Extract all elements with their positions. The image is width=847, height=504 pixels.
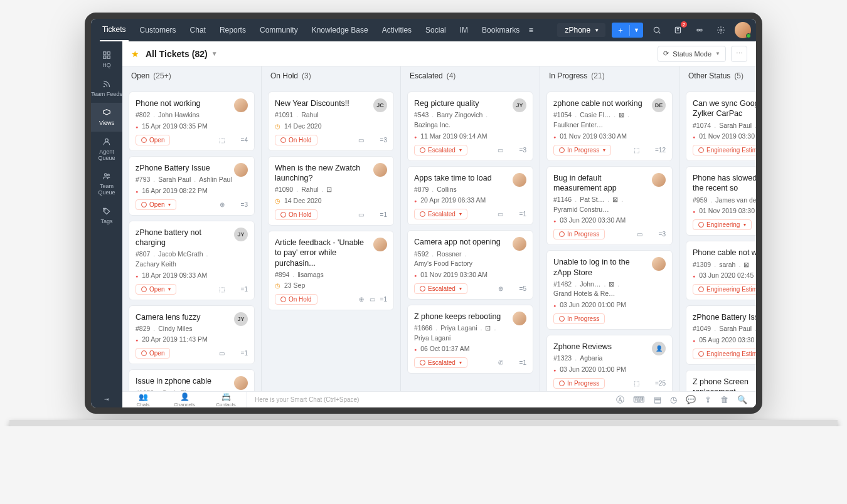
thread-count: =12 — [655, 147, 666, 154]
search-icon[interactable]: 🔍 — [737, 395, 747, 404]
ticket-card[interactable]: JYzPhone battery not charging#807.Jacob … — [129, 221, 255, 300]
sidebar-item-team-feeds[interactable]: Team Feeds — [91, 74, 122, 103]
status-pill[interactable]: Engineering Estimat — [693, 284, 756, 295]
clock-icon[interactable]: ◷ — [670, 395, 677, 404]
bottom-tab-channels[interactable]: 👤Channels — [164, 392, 205, 407]
collapse-sidebar-icon[interactable]: ⇥ — [104, 396, 109, 402]
status-pill[interactable]: In Progress — [553, 145, 611, 155]
column-body: JYReg picture quality#543.Barry Zingovic… — [401, 85, 540, 391]
status-pill[interactable]: Engineering — [693, 219, 752, 230]
globe-icon: ⊕ — [218, 201, 226, 208]
status-pill[interactable]: Engineering Estimat — [693, 349, 756, 359]
status-pill[interactable]: On Hold — [275, 135, 317, 145]
ticket-title: Bug in default measurement app — [553, 173, 666, 194]
ticket-card[interactable]: Bug in default measurement app#1146.Pat … — [546, 166, 673, 246]
status-pill[interactable]: Engineering Estimat — [693, 145, 756, 155]
add-button[interactable]: ＋ ▼ — [612, 23, 643, 38]
overflow-tabs-icon[interactable]: ≡ — [523, 23, 538, 38]
column-name: In Progress — [549, 71, 587, 80]
ticket-card[interactable]: Apps take time to load#879.Collins20 Apr… — [407, 166, 533, 226]
ticket-card[interactable]: 👤Zphone Reviews#1323.Agbaria03 Jun 2020 … — [546, 335, 673, 391]
status-pill[interactable]: Escalated — [414, 209, 467, 219]
ticket-card[interactable]: Phone has slowed after the recent so#959… — [686, 166, 756, 236]
status-pill[interactable]: Open — [136, 284, 176, 295]
ticket-card[interactable]: Can we sync Goog… with Zylker CarPac#107… — [686, 92, 756, 161]
status-pill[interactable]: Escalated — [414, 283, 467, 294]
sidebar-item-team-queue[interactable]: Team Queue — [91, 166, 122, 201]
star-icon[interactable]: ★ — [131, 49, 139, 59]
column-on-hold: On Hold(3)JCNew Year Discounts!!#1091.Ra… — [262, 66, 401, 391]
ticket-card[interactable]: Phone cable not w#1309.sarah.⊠03 Jun 202… — [686, 241, 756, 300]
notification-icon[interactable]: 2 — [671, 23, 686, 38]
gamification-icon[interactable] — [692, 23, 707, 38]
user-avatar[interactable] — [735, 22, 751, 38]
smart-chat-input[interactable]: Here is your Smart Chat (Ctrl+Space) — [247, 392, 607, 407]
ticket-card[interactable]: Issue in zphone cable#1053.Casie Fl….⊠.F… — [129, 369, 255, 391]
status-pill[interactable]: Open — [136, 199, 176, 210]
nav-tab-chat[interactable]: Chat — [188, 19, 208, 41]
status-pill[interactable]: Open — [136, 348, 170, 359]
status-mode-button[interactable]: ⟳ Status Mode ▼ — [658, 46, 726, 62]
nav-tab-knowledge-base[interactable]: Knowledge Base — [309, 19, 371, 41]
sidebar-item-agent-queue[interactable]: Agent Queue — [91, 132, 122, 167]
ticket-card[interactable]: Article feedback - 'Unable to pay' error… — [268, 231, 394, 310]
keyboard-icon[interactable]: ⌨ — [633, 395, 645, 404]
ticket-card[interactable]: Z phone keeps rebooting#1666.Priya Lagan… — [407, 305, 533, 374]
nav-tab-tickets[interactable]: Tickets — [100, 19, 129, 41]
status-pill[interactable]: In Progress — [553, 229, 605, 239]
chat-icon[interactable]: 💬 — [686, 395, 696, 404]
ticket-card[interactable]: DEzphone cable not working#1054.Casie Fl… — [546, 92, 673, 161]
column-count: (5) — [734, 71, 743, 80]
search-icon[interactable] — [649, 23, 664, 38]
lang-icon[interactable]: Ⓐ — [616, 394, 624, 406]
eq-icon — [369, 211, 376, 219]
nav-tab-activities[interactable]: Activities — [380, 19, 414, 41]
nav-tab-community[interactable]: Community — [257, 19, 301, 41]
status-pill[interactable]: On Hold — [275, 294, 317, 305]
trash-icon[interactable]: 🗑 — [720, 395, 728, 404]
ticket-card[interactable]: zPhone Battery Iss#1049.Sarah Paul.⊠05 A… — [686, 305, 756, 365]
ticket-card[interactable]: JYCamera lens fuzzy#829.Cindy Miles20 Ap… — [129, 305, 255, 365]
more-button[interactable]: ⋯ — [731, 46, 747, 62]
ticket-time: 14 Dec 2020 — [275, 197, 387, 204]
ticket-card[interactable]: When is the new Zwatch launching?#1090.R… — [268, 156, 394, 226]
status-pill[interactable]: In Progress — [553, 378, 605, 389]
gear-icon[interactable] — [713, 23, 728, 38]
sidebar-item-views[interactable]: Views — [91, 103, 122, 132]
sidebar-item-tags[interactable]: Tags — [91, 201, 122, 230]
chevron-down-icon[interactable]: ▼ — [211, 50, 218, 57]
brand-selector[interactable]: zPhone ▼ — [557, 23, 605, 37]
nav-tab-bookmarks[interactable]: Bookmarks — [479, 19, 522, 41]
top-navigation: TicketsCustomersChatReportsCommunityKnow… — [91, 19, 756, 41]
status-pill[interactable]: Escalated — [414, 145, 467, 155]
label: Chats — [137, 402, 150, 407]
ticket-card[interactable]: JCNew Year Discounts!!#1091.Rahul14 Dec … — [268, 92, 394, 151]
nav-tab-social[interactable]: Social — [423, 19, 449, 41]
sidebar-item-hq[interactable]: HQ — [91, 45, 122, 74]
ticket-card[interactable]: JYReg picture quality#543.Barry Zingovic… — [407, 92, 533, 161]
status-pill[interactable]: Open — [136, 135, 170, 145]
ticket-card[interactable]: Phone not working#802.John Hawkins15 Apr… — [129, 92, 255, 151]
nav-tab-im[interactable]: IM — [457, 19, 471, 41]
team-icon — [102, 171, 112, 181]
ticket-card[interactable]: zPhone Battery Issue#793.Sarah Paul.Ashl… — [129, 156, 255, 216]
ticket-card[interactable]: Camera app not opening#592.Rossner.Amy's… — [407, 230, 533, 300]
svg-rect-8 — [107, 56, 110, 58]
nav-tab-reports[interactable]: Reports — [217, 19, 248, 41]
ticket-card[interactable]: Unable to log in to the zApp Store#1482.… — [546, 250, 673, 330]
thread-count: =3 — [659, 231, 666, 238]
status-pill[interactable]: Escalated — [414, 357, 467, 368]
status-pill[interactable]: On Hold — [275, 209, 317, 220]
status-pill[interactable]: In Progress — [553, 313, 605, 324]
nav-tab-customers[interactable]: Customers — [137, 19, 179, 41]
bottom-tab-chats[interactable]: 👥Chats — [122, 392, 164, 407]
bottom-tab-contacts[interactable]: 📇Contacts — [205, 392, 247, 407]
column-count: (21) — [591, 71, 604, 80]
template-icon[interactable]: ▤ — [654, 395, 661, 404]
export-icon[interactable]: ⇪ — [705, 395, 711, 404]
column-body: Can we sync Goog… with Zylker CarPac#107… — [679, 85, 756, 391]
ticket-card[interactable]: Z phone Screen replacement — [686, 370, 756, 391]
status-ring-icon — [559, 381, 565, 386]
feed-icon — [102, 79, 112, 89]
ticket-meta: #879.Collins — [414, 186, 526, 194]
